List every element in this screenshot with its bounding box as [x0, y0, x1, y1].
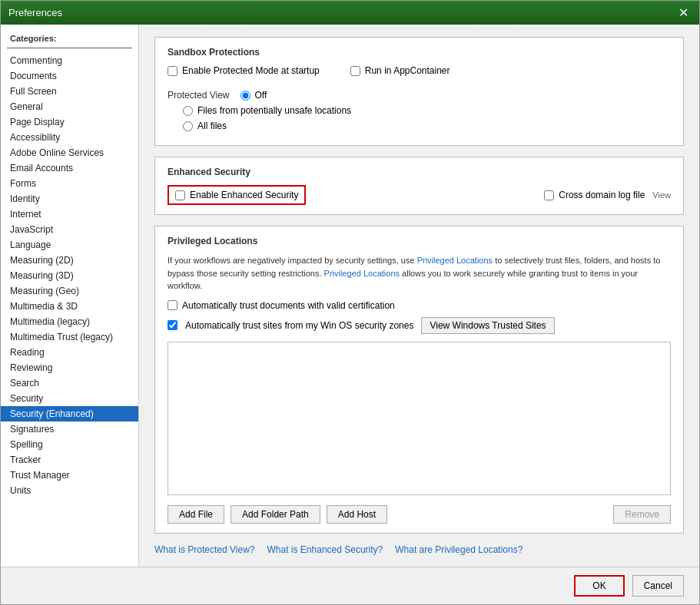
enable-protected-mode-row: Enable Protected Mode at startup: [168, 65, 320, 76]
sandbox-options-row: Enable Protected Mode at startup Run in …: [168, 65, 671, 82]
radio-all-label: All files: [197, 121, 227, 131]
cross-domain-checkbox[interactable]: [544, 190, 554, 200]
sandbox-title: Sandbox Protections: [168, 47, 671, 58]
sidebar-divider: [7, 48, 132, 48]
enable-protected-mode-label: Enable Protected Mode at startup: [182, 65, 320, 76]
radio-unsafe-label: Files from potentially unsafe locations: [197, 105, 351, 116]
protected-view-help-link[interactable]: What is Protected View?: [154, 544, 255, 555]
close-button[interactable]: ✕: [675, 5, 692, 20]
add-host-button[interactable]: Add Host: [327, 505, 387, 524]
dialog-body: Categories: Commenting Documents Full Sc…: [1, 25, 699, 567]
sidebar-item-commenting[interactable]: Commenting: [1, 53, 138, 68]
enhanced-security-section: Enhanced Security Enable Enhanced Securi…: [154, 157, 684, 215]
radio-off-label: Off: [255, 90, 267, 101]
auto-trust-cert-checkbox[interactable]: [168, 300, 177, 310]
remove-button[interactable]: Remove: [613, 505, 671, 524]
sidebar-item-full-screen[interactable]: Full Screen: [1, 84, 138, 99]
cross-domain-label: Cross domain log file: [559, 190, 645, 200]
sidebar-item-javascript[interactable]: JavaScript: [1, 222, 138, 237]
sidebar-item-measuring-2d[interactable]: Measuring (2D): [1, 253, 138, 268]
dialog-footer: OK Cancel: [1, 567, 699, 604]
sidebar-item-page-display[interactable]: Page Display: [1, 114, 138, 130]
protected-view-label: Protected View: [168, 90, 230, 101]
privileged-locations-help-link[interactable]: What are Privileged Locations?: [395, 544, 523, 555]
radio-all-row: All files: [168, 121, 671, 131]
sidebar-item-general[interactable]: General: [1, 99, 138, 114]
categories-label: Categories:: [1, 31, 138, 45]
sidebar-item-adobe-online-services[interactable]: Adobe Online Services: [1, 145, 138, 160]
sidebar-item-forms[interactable]: Forms: [1, 176, 138, 191]
sidebar-item-identity[interactable]: Identity: [1, 191, 138, 207]
privileged-title: Privileged Locations: [168, 236, 671, 246]
enhanced-security-title: Enhanced Security: [168, 167, 671, 177]
privileged-section: Privileged Locations If your workflows a…: [154, 226, 684, 534]
sidebar-item-measuring-3d[interactable]: Measuring (3D): [1, 268, 138, 283]
trusted-sites-row: Automatically trust sites from my Win OS…: [168, 317, 671, 334]
dialog-title: Preferences: [8, 7, 62, 18]
file-buttons-row: Add File Add Folder Path Add Host Remove: [168, 505, 671, 524]
sidebar-item-measuring-geo[interactable]: Measuring (Geo): [1, 283, 138, 299]
enhanced-security-row: Enable Enhanced Security Cross domain lo…: [168, 185, 671, 205]
sidebar-item-multimedia-3d[interactable]: Multimedia & 3D: [1, 299, 138, 314]
sidebar-item-signatures[interactable]: Signatures: [1, 422, 138, 437]
sidebar: Categories: Commenting Documents Full Sc…: [1, 25, 139, 567]
sidebar-item-multimedia-legacy[interactable]: Multimedia (legacy): [1, 314, 138, 329]
sidebar-item-tracker[interactable]: Tracker: [1, 452, 138, 468]
privileged-desc: If your workflows are negatively impacte…: [168, 254, 671, 293]
preferences-dialog: Preferences ✕ Categories: Commenting Doc…: [0, 0, 700, 605]
help-links: What is Protected View? What is Enhanced…: [154, 544, 684, 555]
auto-trust-sites-checkbox[interactable]: [168, 320, 177, 330]
cancel-button[interactable]: Cancel: [632, 575, 684, 597]
priv-link-1[interactable]: Privileged Locations: [417, 256, 493, 265]
sidebar-item-multimedia-trust-legacy[interactable]: Multimedia Trust (legacy): [1, 329, 138, 345]
sidebar-item-reviewing[interactable]: Reviewing: [1, 360, 138, 375]
sidebar-item-units[interactable]: Units: [1, 483, 138, 498]
sidebar-item-internet[interactable]: Internet: [1, 207, 138, 222]
view-trusted-sites-button[interactable]: View Windows Trusted Sites: [421, 317, 554, 334]
radio-unsafe[interactable]: [183, 106, 193, 116]
priv-link-2[interactable]: Privileged Locations: [324, 269, 400, 278]
sidebar-item-email-accounts[interactable]: Email Accounts: [1, 160, 138, 176]
auto-trust-cert-label: Automatically trust documents with valid…: [182, 300, 395, 311]
add-file-button[interactable]: Add File: [168, 505, 224, 524]
sidebar-item-spelling[interactable]: Spelling: [1, 437, 138, 452]
sidebar-item-security[interactable]: Security: [1, 391, 138, 406]
enable-protected-mode-checkbox[interactable]: [168, 66, 177, 76]
sidebar-item-language[interactable]: Language: [1, 237, 138, 253]
sandbox-section: Sandbox Protections Enable Protected Mod…: [154, 37, 684, 146]
auto-trust-sites-label: Automatically trust sites from my Win OS…: [185, 320, 413, 331]
auto-trust-cert-row: Automatically trust documents with valid…: [168, 300, 671, 311]
run-in-appcontainer-checkbox[interactable]: [350, 66, 360, 76]
protected-view-row: Protected View Off: [168, 90, 671, 101]
cross-domain-row: Cross domain log file View: [544, 190, 671, 200]
priv-desc-1: If your workflows are negatively impacte…: [168, 256, 417, 265]
add-folder-button[interactable]: Add Folder Path: [231, 505, 320, 524]
enable-enhanced-security-label: Enable Enhanced Security: [190, 190, 298, 200]
sidebar-item-documents[interactable]: Documents: [1, 68, 138, 84]
sidebar-item-security-enhanced[interactable]: Security (Enhanced): [1, 406, 138, 422]
ok-button[interactable]: OK: [574, 575, 624, 597]
enable-enhanced-security-box: Enable Enhanced Security: [168, 185, 306, 205]
view-link[interactable]: View: [652, 190, 671, 200]
locations-textarea[interactable]: [168, 342, 671, 495]
sidebar-item-reading[interactable]: Reading: [1, 345, 138, 360]
radio-unsafe-row: Files from potentially unsafe locations: [168, 105, 671, 116]
sidebar-item-search[interactable]: Search: [1, 375, 138, 391]
sidebar-item-trust-manager[interactable]: Trust Manager: [1, 468, 138, 483]
enable-enhanced-security-checkbox[interactable]: [175, 190, 185, 200]
sidebar-item-accessibility[interactable]: Accessibility: [1, 130, 138, 145]
radio-off[interactable]: [241, 91, 250, 101]
run-in-appcontainer-label: Run in AppContainer: [365, 65, 450, 76]
main-content: Sandbox Protections Enable Protected Mod…: [139, 25, 699, 567]
title-bar: Preferences ✕: [1, 1, 699, 25]
enhanced-security-help-link[interactable]: What is Enhanced Security?: [267, 544, 383, 555]
run-in-appcontainer-row: Run in AppContainer: [350, 65, 450, 76]
radio-all[interactable]: [183, 121, 193, 131]
